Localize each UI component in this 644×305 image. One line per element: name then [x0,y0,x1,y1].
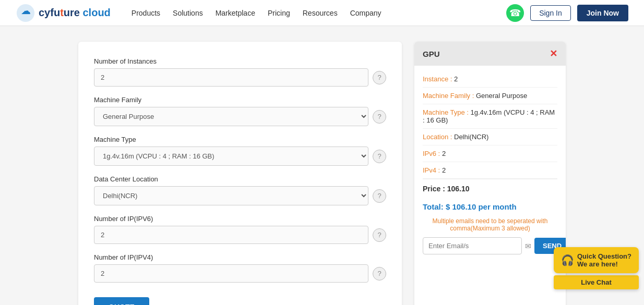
nav-actions: ☎ Sign In Join Now [506,4,628,22]
whatsapp-button[interactable]: ☎ [506,4,524,22]
ipv4-group: Number of IP(IPV4) ? [94,253,386,283]
instances-label: Number of Instances [94,57,386,65]
logo-icon: ☁ [16,3,35,23]
summary-price-row: Price : 106.10 [423,179,557,198]
summary-ipv6-row: IPv6 : 2 [423,145,557,162]
summary-machine-family-label: Machine Family : [423,92,474,100]
joinnow-button[interactable]: Join Now [577,5,628,21]
logo-text: cyfuture cloud [39,7,111,19]
datacenter-help[interactable]: ? [373,189,386,203]
datacenter-label: Data Center Location [94,175,386,183]
summary-price-label: Price : [423,185,445,193]
summary-ipv6-label: IPv6 : [423,150,440,157]
close-icon[interactable]: ✕ [550,48,557,59]
machine-type-help[interactable]: ? [373,150,386,163]
summary-instance-row: Instance : 2 [423,71,557,88]
quick-chat-bubble[interactable]: 🎧 Quick Question?We are here! [554,247,639,273]
summary-ipv4-label: IPv4 : [423,166,440,174]
summary-panel: GPU ✕ Instance : 2 Machine Family : Gene… [414,42,566,305]
nav-solutions[interactable]: Solutions [173,9,203,17]
instances-help[interactable]: ? [373,71,386,84]
summary-total-row: Total: $ 106.10 per month [423,198,557,214]
ipv6-input[interactable] [94,226,368,244]
summary-instance-label: Instance : [423,75,452,83]
summary-title: GPU [423,50,440,58]
summary-location-row: Location : Delhi(NCR) [423,129,557,145]
datacenter-group: Data Center Location Delhi(NCR) ? [94,175,386,205]
ipv6-help[interactable]: ? [373,228,386,242]
datacenter-select[interactable]: Delhi(NCR) [94,186,368,205]
machine-family-help[interactable]: ? [373,110,386,124]
logo[interactable]: ☁ cyfuture cloud [16,3,111,23]
chat-headphone-icon: 🎧 [561,254,574,266]
summary-instance-value: 2 [454,75,458,83]
summary-location-value: Delhi(NCR) [454,133,488,141]
summary-price-value: 106.10 [447,185,470,193]
summary-machine-family-value: General Purpose [476,92,527,100]
email-input[interactable] [423,237,522,254]
summary-machine-family-row: Machine Family : General Purpose [423,88,557,104]
quick-chat[interactable]: 🎧 Quick Question?We are here! Live Chat [554,247,639,289]
ipv4-label: Number of IP(IPV4) [94,253,386,261]
nav-resources[interactable]: Resources [303,9,338,17]
instances-input[interactable] [94,68,368,87]
machine-family-label: Machine Family [94,96,386,104]
machine-type-group: Machine Type 1g.4v.16m (VCPU : 4 ; RAM :… [94,136,386,166]
email-row: ✉ SEND [423,237,557,254]
svg-text:☁: ☁ [21,5,31,16]
email-note: Multiple emails need to be seperated wit… [423,217,557,232]
machine-type-select[interactable]: 1g.4v.16m (VCPU : 4 ; RAM : 16 GB) [94,147,368,166]
instances-group: Number of Instances ? [94,57,386,87]
ipv4-input[interactable] [94,264,368,283]
quick-chat-text: Quick Question?We are here! [577,252,631,268]
summary-ipv4-row: IPv4 : 2 [423,162,557,179]
ipv4-help[interactable]: ? [373,267,386,280]
machine-family-group: Machine Family General Purpose ? [94,96,386,126]
signin-button[interactable]: Sign In [530,5,571,21]
summary-ipv4-value: 2 [442,166,446,174]
machine-type-label: Machine Type [94,136,386,143]
summary-ipv6-value: 2 [442,150,446,157]
live-chat-bar[interactable]: Live Chat [554,275,639,289]
navbar: ☁ cyfuture cloud Products Solutions Mark… [0,0,644,26]
form-panel: Number of Instances ? Machine Family Gen… [78,42,402,305]
nav-company[interactable]: Company [350,9,381,17]
machine-family-select[interactable]: General Purpose [94,107,368,126]
quote-button[interactable]: QUOTE [94,297,149,305]
email-icon: ✉ [525,242,531,250]
nav-marketplace[interactable]: Marketplace [216,9,255,17]
ipv6-label: Number of IP(IPV6) [94,215,386,223]
nav-pricing[interactable]: Pricing [268,9,290,17]
summary-machine-type-row: Machine Type : 1g.4v.16m (VCPU : 4 ; RAM… [423,104,557,129]
nav-links: Products Solutions Marketplace Pricing R… [132,9,506,17]
ipv6-group: Number of IP(IPV6) ? [94,215,386,244]
summary-body: Instance : 2 Machine Family : General Pu… [414,66,566,260]
summary-location-label: Location : [423,133,452,141]
main-content: Number of Instances ? Machine Family Gen… [0,26,644,305]
summary-machine-type-label: Machine Type : [423,108,469,116]
nav-products[interactable]: Products [132,9,160,17]
summary-header: GPU ✕ [414,42,566,66]
